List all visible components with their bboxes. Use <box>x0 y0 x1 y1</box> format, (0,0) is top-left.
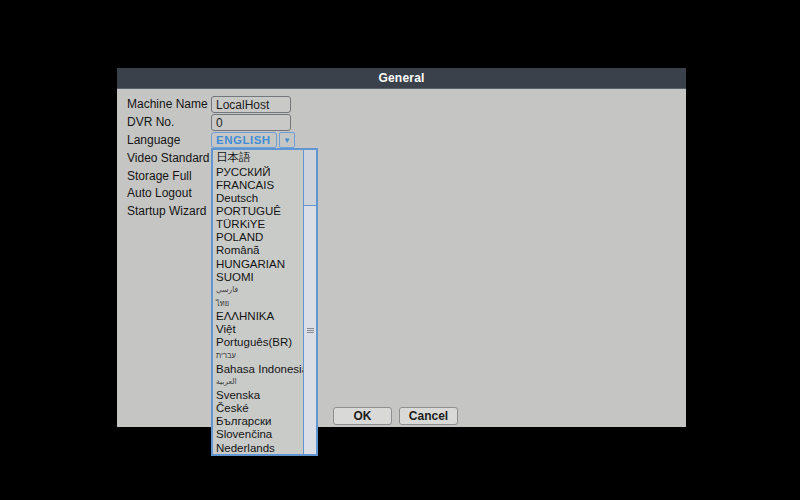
language-option-portuguese[interactable]: PORTUGUÊ <box>213 204 303 217</box>
language-options-column: 日本語 РУССКИЙ FRANCAIS Deutsch PORTUGUÊ TÜ… <box>213 150 303 454</box>
language-option-thai[interactable]: ไทย <box>213 296 303 309</box>
language-option-dutch[interactable]: Nederlands <box>213 441 303 454</box>
language-option-german[interactable]: Deutsch <box>213 191 303 204</box>
ok-button[interactable]: OK <box>333 407 392 425</box>
language-option-farsi[interactable]: فارسي <box>213 283 303 296</box>
cancel-button[interactable]: Cancel <box>399 407 458 425</box>
language-option-bulgarian[interactable]: Български <box>213 415 303 428</box>
dropdown-scrollbar-thumb[interactable] <box>304 205 316 454</box>
language-option-vietnamese[interactable]: Việt <box>213 323 303 336</box>
dropdown-scrollbar[interactable] <box>303 150 316 454</box>
language-select[interactable]: ENGLISH <box>211 132 277 148</box>
dvr-no-label: DVR No. <box>127 114 174 130</box>
machine-name-input[interactable] <box>211 96 291 113</box>
language-select-arrow-button[interactable]: ▼ <box>279 132 295 148</box>
language-option-japanese[interactable]: 日本語 <box>213 150 303 165</box>
dvr-no-input[interactable] <box>211 114 291 131</box>
language-option-russian[interactable]: РУССКИЙ <box>213 165 303 178</box>
screen-background: General Machine Name DVR No. Language EN… <box>0 0 800 500</box>
language-option-slovak[interactable]: Slovenčina <box>213 428 303 441</box>
language-option-greek[interactable]: ΕΛΛΗΝΙΚΑ <box>213 310 303 323</box>
machine-name-label: Machine Name <box>127 96 208 112</box>
language-option-finnish[interactable]: SUOMI <box>213 270 303 283</box>
language-option-polish[interactable]: POLAND <box>213 231 303 244</box>
scrollbar-grip-icon <box>307 328 314 333</box>
language-option-czech[interactable]: České <box>213 402 303 415</box>
language-label: Language <box>127 132 180 148</box>
startup-wizard-label: Startup Wizard <box>127 203 206 219</box>
dialog-title: General <box>378 71 424 85</box>
auto-logout-label: Auto Logout <box>127 185 192 201</box>
language-option-romanian[interactable]: Românã <box>213 244 303 257</box>
language-option-indonesian[interactable]: Bahasa Indonesia <box>213 362 303 375</box>
language-option-swedish[interactable]: Svenska <box>213 388 303 401</box>
general-settings-dialog: General Machine Name DVR No. Language EN… <box>117 68 686 427</box>
language-option-portuguese-br[interactable]: Português(BR) <box>213 336 303 349</box>
language-option-hungarian[interactable]: HUNGARIAN <box>213 257 303 270</box>
chevron-down-icon: ▼ <box>283 136 291 145</box>
dialog-titlebar: General <box>117 68 686 89</box>
language-dropdown-list: 日本語 РУССКИЙ FRANCAIS Deutsch PORTUGUÊ TÜ… <box>211 148 318 456</box>
language-option-arabic[interactable]: العربية <box>213 375 303 388</box>
language-option-hebrew[interactable]: עברית <box>213 349 303 362</box>
video-standard-label: Video Standard <box>127 150 210 166</box>
language-option-turkish[interactable]: TÜRKiYE <box>213 218 303 231</box>
storage-full-label: Storage Full <box>127 168 192 184</box>
language-option-french[interactable]: FRANCAIS <box>213 178 303 191</box>
